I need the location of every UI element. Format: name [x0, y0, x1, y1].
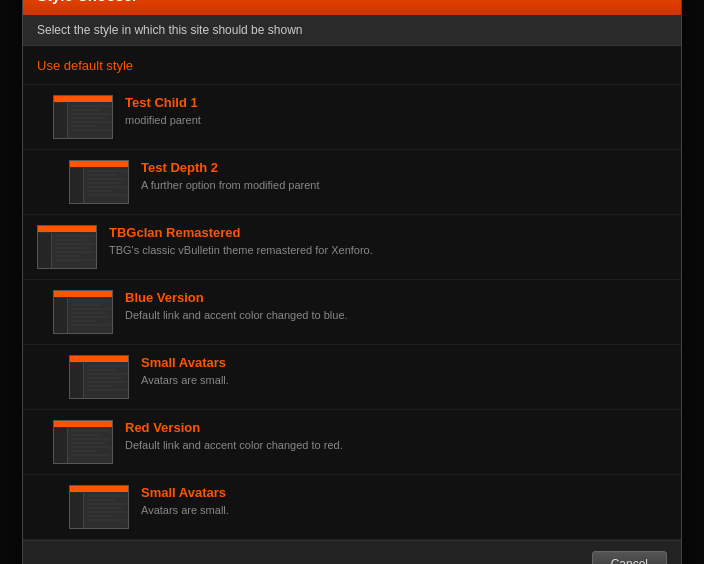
- use-default-link[interactable]: Use default style: [37, 58, 133, 73]
- style-description: Default link and accent color changed to…: [125, 438, 667, 453]
- style-description: A further option from modified parent: [141, 178, 667, 193]
- style-info: Small AvatarsAvatars are small.: [141, 355, 667, 388]
- style-info: TBGclan RemasteredTBG's classic vBulleti…: [109, 225, 667, 258]
- cancel-button[interactable]: Cancel: [592, 551, 667, 564]
- style-name: Red Version: [125, 420, 667, 435]
- style-description: modified parent: [125, 113, 667, 128]
- style-list-item[interactable]: Small AvatarsAvatars are small.: [23, 475, 681, 540]
- style-list-item[interactable]: Test Child 1modified parent: [23, 85, 681, 150]
- style-name: Test Child 1: [125, 95, 667, 110]
- style-thumbnail: [37, 225, 97, 269]
- style-name: Small Avatars: [141, 485, 667, 500]
- style-list: Test Child 1modified parent Test Depth 2…: [23, 85, 681, 540]
- style-list-item[interactable]: Small AvatarsAvatars are small.: [23, 345, 681, 410]
- style-list-item[interactable]: Blue VersionDefault link and accent colo…: [23, 280, 681, 345]
- style-chooser-dialog: Style Chooser Select the style in which …: [22, 0, 682, 564]
- dialog-body: Use default style Test Child 1modified p…: [23, 46, 681, 540]
- use-default-section[interactable]: Use default style: [23, 46, 681, 85]
- style-list-item[interactable]: Test Depth 2A further option from modifi…: [23, 150, 681, 215]
- dialog-subtitle: Select the style in which this site shou…: [23, 15, 681, 46]
- style-list-item[interactable]: Red VersionDefault link and accent color…: [23, 410, 681, 475]
- dialog-title: Style Chooser: [37, 0, 138, 4]
- dialog-header: Style Chooser: [23, 0, 681, 15]
- style-name: TBGclan Remastered: [109, 225, 667, 240]
- style-info: Small AvatarsAvatars are small.: [141, 485, 667, 518]
- style-thumbnail: [53, 95, 113, 139]
- style-description: Default link and accent color changed to…: [125, 308, 667, 323]
- style-name: Small Avatars: [141, 355, 667, 370]
- style-description: Avatars are small.: [141, 503, 667, 518]
- style-thumbnail: [69, 355, 129, 399]
- style-name: Test Depth 2: [141, 160, 667, 175]
- style-info: Test Child 1modified parent: [125, 95, 667, 128]
- style-name: Blue Version: [125, 290, 667, 305]
- style-thumbnail: [53, 420, 113, 464]
- style-thumbnail: [53, 290, 113, 334]
- style-thumbnail: [69, 160, 129, 204]
- dialog-footer: Cancel: [23, 540, 681, 564]
- style-thumbnail: [69, 485, 129, 529]
- subtitle-text: Select the style in which this site shou…: [37, 23, 302, 37]
- style-list-item[interactable]: TBGclan RemasteredTBG's classic vBulleti…: [23, 215, 681, 280]
- style-info: Test Depth 2A further option from modifi…: [141, 160, 667, 193]
- style-info: Red VersionDefault link and accent color…: [125, 420, 667, 453]
- style-description: Avatars are small.: [141, 373, 667, 388]
- style-info: Blue VersionDefault link and accent colo…: [125, 290, 667, 323]
- style-description: TBG's classic vBulletin theme remastered…: [109, 243, 667, 258]
